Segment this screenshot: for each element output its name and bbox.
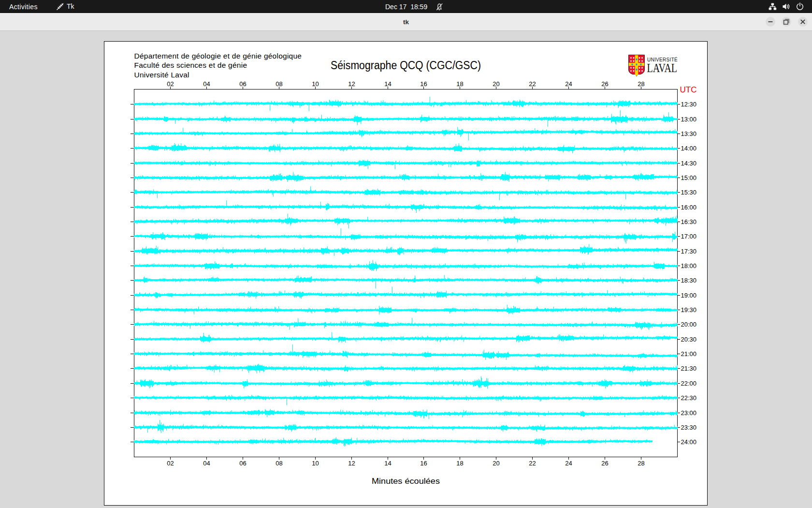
svg-text:24: 24 (565, 80, 572, 88)
svg-text:21:30: 21:30 (681, 365, 697, 372)
svg-text:14:30: 14:30 (681, 160, 697, 167)
svg-text:Séismographe QCQ (CGC/GSC): Séismographe QCQ (CGC/GSC) (331, 59, 481, 72)
svg-text:06: 06 (239, 80, 246, 88)
svg-text:28: 28 (638, 80, 644, 88)
svg-text:15:00: 15:00 (681, 174, 697, 181)
svg-text:04: 04 (203, 80, 210, 88)
svg-text:16: 16 (420, 460, 427, 467)
svg-text:12: 12 (348, 460, 355, 467)
svg-text:23:00: 23:00 (681, 409, 697, 417)
svg-text:Faculté des sciences et de gén: Faculté des sciences et de génie (134, 61, 247, 69)
svg-text:15:30: 15:30 (681, 189, 697, 196)
svg-text:UTC: UTC (680, 86, 697, 94)
svg-text:24: 24 (565, 460, 572, 467)
svg-text:22: 22 (529, 80, 536, 88)
svg-text:23:30: 23:30 (681, 424, 697, 431)
svg-text:LAVAL: LAVAL (647, 61, 678, 75)
svg-text:20: 20 (493, 460, 499, 467)
svg-text:14: 14 (384, 460, 391, 467)
svg-text:20:30: 20:30 (681, 336, 697, 343)
svg-text:12: 12 (348, 80, 355, 88)
svg-text:13:00: 13:00 (681, 116, 697, 123)
svg-text:21:00: 21:00 (681, 350, 697, 358)
svg-text:14: 14 (384, 80, 391, 88)
svg-text:02: 02 (167, 460, 174, 467)
svg-text:16: 16 (420, 80, 427, 88)
svg-text:26: 26 (601, 460, 608, 467)
svg-text:Département de géologie et de: Département de géologie et de génie géol… (134, 52, 302, 60)
svg-text:18:00: 18:00 (681, 262, 697, 269)
svg-text:28: 28 (638, 460, 644, 467)
svg-text:18:30: 18:30 (681, 277, 697, 284)
svg-text:14:00: 14:00 (681, 145, 697, 152)
svg-text:22: 22 (529, 460, 536, 467)
svg-text:17:30: 17:30 (681, 248, 697, 255)
svg-text:22:00: 22:00 (681, 380, 697, 387)
svg-text:20: 20 (493, 80, 499, 88)
svg-text:26: 26 (601, 80, 608, 88)
svg-text:18: 18 (456, 460, 463, 467)
svg-text:08: 08 (276, 460, 282, 467)
svg-text:19:00: 19:00 (681, 292, 697, 299)
svg-text:08: 08 (276, 80, 282, 88)
svg-text:13:30: 13:30 (681, 130, 697, 137)
svg-text:10: 10 (312, 80, 319, 88)
svg-text:22:30: 22:30 (681, 394, 697, 402)
svg-text:06: 06 (239, 460, 246, 467)
svg-text:Minutes écoulées: Minutes écoulées (372, 477, 440, 485)
svg-text:19:30: 19:30 (681, 306, 697, 314)
svg-text:24:00: 24:00 (681, 438, 697, 446)
svg-text:16:00: 16:00 (681, 204, 697, 211)
svg-text:16:30: 16:30 (681, 218, 697, 225)
svg-text:Université Laval: Université Laval (134, 71, 189, 79)
svg-text:10: 10 (312, 460, 319, 467)
svg-text:12:30: 12:30 (681, 101, 697, 108)
svg-text:18: 18 (456, 80, 463, 88)
svg-text:02: 02 (167, 80, 174, 88)
svg-text:17:00: 17:00 (681, 233, 697, 240)
svg-text:04: 04 (203, 460, 210, 467)
svg-text:20:00: 20:00 (681, 321, 697, 328)
